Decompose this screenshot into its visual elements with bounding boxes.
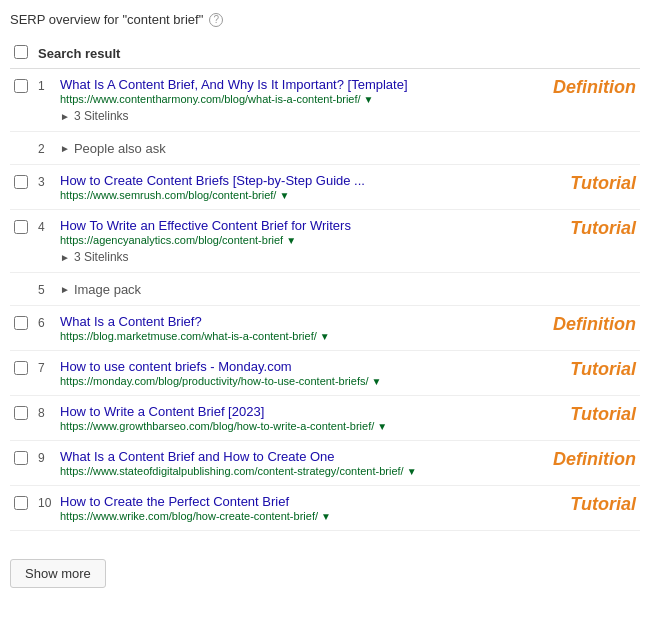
sitelinks-toggle[interactable]: ► 3 Sitelinks [60, 109, 506, 123]
url-dropdown-icon: ▼ [377, 421, 387, 432]
checkbox-col [14, 77, 38, 96]
row-number: 4 [38, 218, 60, 234]
page-title: SERP overview for "content brief" ? [10, 12, 640, 27]
table-row: 6 What Is a Content Brief? https://blog.… [10, 306, 640, 351]
row-number: 2 [38, 140, 60, 156]
result-url: https://blog.marketmuse.com/what-is-a-co… [60, 330, 506, 342]
result-content: How to Create the Perfect Content Brief … [60, 494, 506, 522]
table-row: 7 How to use content briefs - Monday.com… [10, 351, 640, 396]
row-number: 9 [38, 449, 60, 465]
row-checkbox-10[interactable] [14, 496, 28, 510]
url-text: https://www.wrike.com/blog/how-create-co… [60, 510, 318, 522]
url-dropdown-icon: ▼ [279, 190, 289, 201]
table-row: 9 What Is a Content Brief and How to Cre… [10, 441, 640, 486]
badge-col: Tutorial [506, 494, 636, 515]
sitelinks-label: 3 Sitelinks [74, 250, 129, 264]
url-dropdown-icon: ▼ [321, 511, 331, 522]
result-title-link[interactable]: How to use content briefs - Monday.com [60, 359, 292, 374]
url-dropdown-icon: ▼ [407, 466, 417, 477]
badge-label: Tutorial [570, 404, 636, 424]
badge-label: Tutorial [570, 359, 636, 379]
checkbox-col [14, 314, 38, 333]
result-url: https://www.stateofdigitalpublishing.com… [60, 465, 506, 477]
url-text: https://www.semrush.com/blog/content-bri… [60, 189, 276, 201]
row-number: 8 [38, 404, 60, 420]
row-checkbox-7[interactable] [14, 361, 28, 375]
row-checkbox-3[interactable] [14, 175, 28, 189]
checkbox-placeholder [14, 147, 38, 149]
result-url: https://www.growthbarseo.com/blog/how-to… [60, 420, 506, 432]
help-icon[interactable]: ? [209, 13, 223, 27]
url-text: https://www.stateofdigitalpublishing.com… [60, 465, 404, 477]
special-label: People also ask [74, 141, 166, 156]
url-text: https://blog.marketmuse.com/what-is-a-co… [60, 330, 317, 342]
result-url: https://www.wrike.com/blog/how-create-co… [60, 510, 506, 522]
checkbox-col [14, 173, 38, 192]
result-url: https://monday.com/blog/productivity/how… [60, 375, 506, 387]
row-checkbox-4[interactable] [14, 220, 28, 234]
row-number: 3 [38, 173, 60, 189]
badge-label: Tutorial [570, 173, 636, 193]
result-content: How to use content briefs - Monday.com h… [60, 359, 506, 387]
result-content: What Is a Content Brief and How to Creat… [60, 449, 506, 477]
sitelinks-arrow-icon: ► [60, 252, 70, 263]
result-title-link[interactable]: How to Write a Content Brief [2023] [60, 404, 264, 419]
table-row: 3 How to Create Content Briefs [Step-by-… [10, 165, 640, 210]
row-checkbox-9[interactable] [14, 451, 28, 465]
result-title-link[interactable]: What Is A Content Brief, And Why Is It I… [60, 77, 408, 92]
row-number: 7 [38, 359, 60, 375]
table-row: 10 How to Create the Perfect Content Bri… [10, 486, 640, 531]
show-more-button[interactable]: Show more [10, 559, 106, 588]
badge-col: Definition [506, 77, 636, 98]
result-title-link[interactable]: What Is a Content Brief and How to Creat… [60, 449, 335, 464]
table-header: Search result [10, 39, 640, 69]
row-number: 6 [38, 314, 60, 330]
url-dropdown-icon: ▼ [286, 235, 296, 246]
result-title-link[interactable]: What Is a Content Brief? [60, 314, 202, 329]
url-dropdown-icon: ▼ [372, 376, 382, 387]
sitelinks-label: 3 Sitelinks [74, 109, 129, 123]
row-checkbox-1[interactable] [14, 79, 28, 93]
badge-label: Definition [553, 77, 636, 97]
result-title-link[interactable]: How to Create the Perfect Content Brief [60, 494, 289, 509]
results-list: 1 What Is A Content Brief, And Why Is It… [10, 69, 640, 531]
page-title-text: SERP overview for "content brief" [10, 12, 203, 27]
checkbox-col [14, 449, 38, 468]
checkbox-col [14, 218, 38, 237]
url-dropdown-icon: ▼ [364, 94, 374, 105]
badge-label: Definition [553, 314, 636, 334]
serp-overview-container: SERP overview for "content brief" ? Sear… [0, 0, 650, 600]
sitelinks-toggle[interactable]: ► 3 Sitelinks [60, 250, 506, 264]
result-content: What Is A Content Brief, And Why Is It I… [60, 77, 506, 123]
badge-label: Tutorial [570, 218, 636, 238]
badge-label: Tutorial [570, 494, 636, 514]
row-number: 5 [38, 281, 60, 297]
url-dropdown-icon: ▼ [320, 331, 330, 342]
result-content: What Is a Content Brief? https://blog.ma… [60, 314, 506, 342]
show-more-section: Show more [10, 545, 640, 588]
checkbox-col [14, 359, 38, 378]
table-row: 1 What Is A Content Brief, And Why Is It… [10, 69, 640, 132]
row-number: 1 [38, 77, 60, 93]
row-checkbox-8[interactable] [14, 406, 28, 420]
special-content[interactable]: ► People also ask [60, 141, 166, 156]
select-all-checkbox[interactable] [14, 45, 28, 59]
badge-col: Tutorial [506, 218, 636, 239]
result-title-link[interactable]: How To Write an Effective Content Brief … [60, 218, 351, 233]
header-checkbox-col [14, 45, 38, 62]
special-content[interactable]: ► Image pack [60, 282, 141, 297]
special-row-5: 5 ► Image pack [10, 273, 640, 306]
special-label: Image pack [74, 282, 141, 297]
badge-label: Definition [553, 449, 636, 469]
url-text: https://agencyanalytics.com/blog/content… [60, 234, 283, 246]
result-title-link[interactable]: How to Create Content Briefs [Step-by-St… [60, 173, 365, 188]
badge-col: Tutorial [506, 173, 636, 194]
result-url: https://www.semrush.com/blog/content-bri… [60, 189, 506, 201]
row-checkbox-6[interactable] [14, 316, 28, 330]
row-number: 10 [38, 494, 60, 510]
expand-arrow-icon: ► [60, 284, 70, 295]
result-url: https://www.contentharmony.com/blog/what… [60, 93, 506, 105]
header-label: Search result [38, 46, 120, 61]
sitelinks-arrow-icon: ► [60, 111, 70, 122]
table-row: 8 How to Write a Content Brief [2023] ht… [10, 396, 640, 441]
